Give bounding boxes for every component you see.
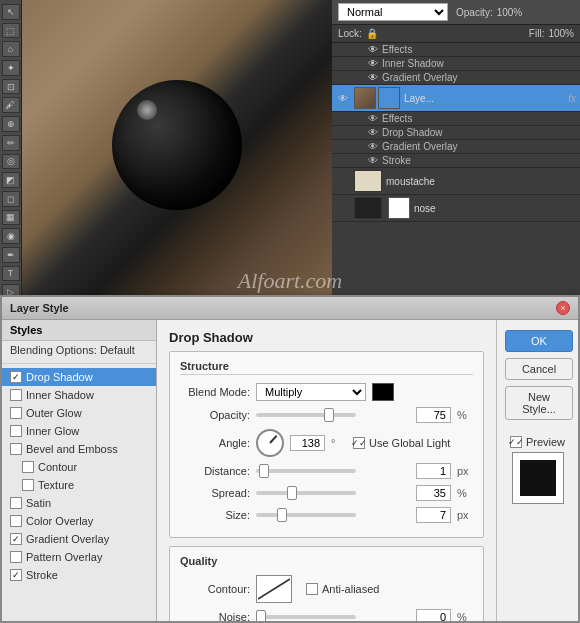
cancel-button[interactable]: Cancel: [505, 358, 573, 380]
structure-subtitle: Structure: [180, 360, 473, 375]
tool-brush[interactable]: ✏: [2, 135, 20, 151]
effect-name: Drop Shadow: [382, 127, 443, 138]
close-button[interactable]: ×: [556, 301, 570, 315]
canvas-image: [22, 0, 332, 300]
noise-slider[interactable]: [256, 615, 356, 619]
drop-shadow-checkbox[interactable]: ✓: [10, 371, 22, 383]
satin-label: Satin: [26, 497, 51, 509]
satin-item[interactable]: Satin: [2, 494, 156, 512]
angle-input[interactable]: [290, 435, 325, 451]
color-overlay-checkbox[interactable]: [10, 515, 22, 527]
blend-mode-row: Blend Mode: Multiply: [180, 383, 473, 401]
gradient-overlay-item[interactable]: ✓ Gradient Overlay: [2, 530, 156, 548]
tool-eyedrop[interactable]: 🖋: [2, 97, 20, 113]
size-slider[interactable]: [256, 513, 356, 517]
noise-label: Noise:: [180, 611, 250, 621]
gradient-overlay-checkbox[interactable]: ✓: [10, 533, 22, 545]
ok-button[interactable]: OK: [505, 330, 573, 352]
color-overlay-item[interactable]: Color Overlay: [2, 512, 156, 530]
bevel-emboss-checkbox[interactable]: [10, 443, 22, 455]
inner-shadow-item[interactable]: Inner Shadow: [2, 386, 156, 404]
blend-mode-label: Blend Mode:: [180, 386, 250, 398]
nose-layer[interactable]: nose: [332, 195, 580, 222]
preview-checkbox[interactable]: ✓: [510, 436, 522, 448]
tool-clone[interactable]: ◎: [2, 154, 20, 170]
blend-mode-select-dialog[interactable]: Multiply: [256, 383, 366, 401]
noise-input[interactable]: [416, 609, 451, 621]
tool-eraser[interactable]: ◻: [2, 191, 20, 207]
global-light-checkbox[interactable]: ✓: [353, 437, 365, 449]
drop-shadow-item[interactable]: ✓ Drop Shadow: [2, 368, 156, 386]
tool-crop[interactable]: ⊡: [2, 79, 20, 95]
texture-checkbox[interactable]: [22, 479, 34, 491]
contour-item[interactable]: Contour: [2, 458, 156, 476]
moustache-layer[interactable]: moustache: [332, 168, 580, 195]
new-style-button[interactable]: New Style...: [505, 386, 573, 420]
stroke-effect[interactable]: 👁 Stroke: [332, 154, 580, 168]
outer-glow-checkbox[interactable]: [10, 407, 22, 419]
tool-blur[interactable]: ◉: [2, 228, 20, 244]
fill-label: Fill:: [529, 28, 545, 39]
layer-name: Laye...: [404, 93, 564, 104]
effect-name: Gradient Overlay: [382, 141, 458, 152]
tool-select[interactable]: ⬚: [2, 23, 20, 39]
tool-pen[interactable]: ✒: [2, 247, 20, 263]
size-label: Size:: [180, 509, 250, 521]
tool-type[interactable]: T: [2, 266, 20, 282]
contour-thumb[interactable]: [256, 575, 292, 603]
eye-icon: 👁: [368, 113, 378, 124]
active-layer[interactable]: 👁 Laye... fx: [332, 85, 580, 112]
blend-mode-select[interactable]: Normal: [338, 3, 448, 21]
nose-visibility[interactable]: [336, 201, 350, 215]
anti-aliased-checkbox[interactable]: [306, 583, 318, 595]
preview-label: Preview: [526, 436, 565, 448]
angle-dial[interactable]: [256, 429, 284, 457]
effects-label-1: Effects: [382, 44, 412, 55]
blending-options-item[interactable]: Blending Options: Default: [2, 341, 156, 359]
inner-shadow-label: Inner Shadow: [26, 389, 94, 401]
color-overlay-label: Color Overlay: [26, 515, 93, 527]
tool-heal[interactable]: ⊕: [2, 116, 20, 132]
distance-input[interactable]: [416, 463, 451, 479]
styles-panel: Styles Blending Options: Default ✓ Drop …: [2, 320, 157, 621]
inner-glow-item[interactable]: Inner Glow: [2, 422, 156, 440]
tool-history[interactable]: ◩: [2, 172, 20, 188]
stroke-item[interactable]: ✓ Stroke: [2, 566, 156, 584]
tool-move[interactable]: ↖: [2, 4, 20, 20]
distance-slider[interactable]: [256, 469, 356, 473]
tool-lasso[interactable]: ⌂: [2, 41, 20, 57]
stroke-checkbox[interactable]: ✓: [10, 569, 22, 581]
bevel-emboss-item[interactable]: Bevel and Emboss: [2, 440, 156, 458]
stroke-label: Stroke: [26, 569, 58, 581]
color-swatch[interactable]: [372, 383, 394, 401]
outer-glow-item[interactable]: Outer Glow: [2, 404, 156, 422]
texture-item[interactable]: Texture: [2, 476, 156, 494]
inner-shadow-checkbox[interactable]: [10, 389, 22, 401]
opacity-unit: %: [457, 409, 473, 421]
satin-checkbox[interactable]: [10, 497, 22, 509]
tool-gradient[interactable]: ▦: [2, 210, 20, 226]
eye-icon: 👁: [368, 155, 378, 166]
inner-glow-checkbox[interactable]: [10, 425, 22, 437]
spread-slider[interactable]: [256, 491, 356, 495]
opacity-input[interactable]: [416, 407, 451, 423]
size-input[interactable]: [416, 507, 451, 523]
texture-label: Texture: [38, 479, 74, 491]
drop-shadow-effect[interactable]: 👁 Drop Shadow: [332, 126, 580, 140]
section-title: Drop Shadow: [169, 330, 484, 345]
pattern-overlay-checkbox[interactable]: [10, 551, 22, 563]
spread-input[interactable]: [416, 485, 451, 501]
size-row: Size: px: [180, 507, 473, 523]
inner-shadow-effect[interactable]: 👁 Inner Shadow: [332, 57, 580, 71]
effect-name: Inner Shadow: [382, 58, 444, 69]
gradient-overlay-effect-1[interactable]: 👁 Gradient Overlay: [332, 71, 580, 85]
layer-visibility-toggle[interactable]: 👁: [336, 91, 350, 105]
dial-line: [269, 435, 277, 444]
opacity-slider[interactable]: [256, 413, 356, 417]
pattern-overlay-item[interactable]: Pattern Overlay: [2, 548, 156, 566]
preview-thumb: [512, 452, 564, 504]
contour-checkbox[interactable]: [22, 461, 34, 473]
moustache-visibility[interactable]: [336, 174, 350, 188]
tool-magic[interactable]: ✦: [2, 60, 20, 76]
gradient-overlay-effect-2[interactable]: 👁 Gradient Overlay: [332, 140, 580, 154]
